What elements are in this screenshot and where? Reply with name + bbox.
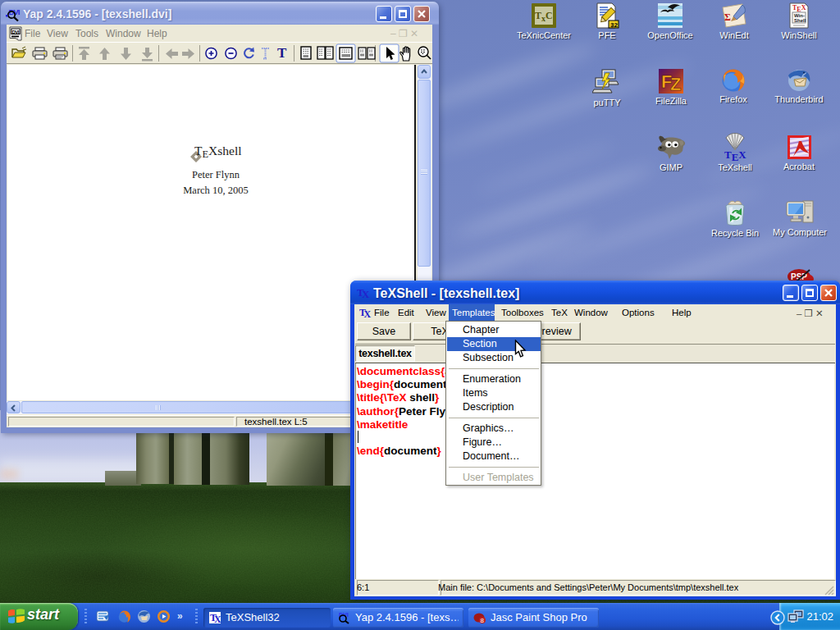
svg-text:T: T [277, 45, 287, 61]
svg-text:Σ: Σ [724, 11, 731, 23]
svg-text:8: 8 [481, 617, 485, 624]
svg-text:X: X [364, 308, 372, 319]
svg-text:Z: Z [670, 74, 681, 94]
svg-text:32: 32 [610, 21, 618, 29]
svg-text:TEX: TEX [724, 148, 746, 161]
svg-text:X: X [362, 288, 370, 299]
svg-text:Shell: Shell [794, 18, 806, 23]
svg-text:DVI: DVI [11, 30, 19, 34]
svg-text:X: X [214, 614, 221, 624]
